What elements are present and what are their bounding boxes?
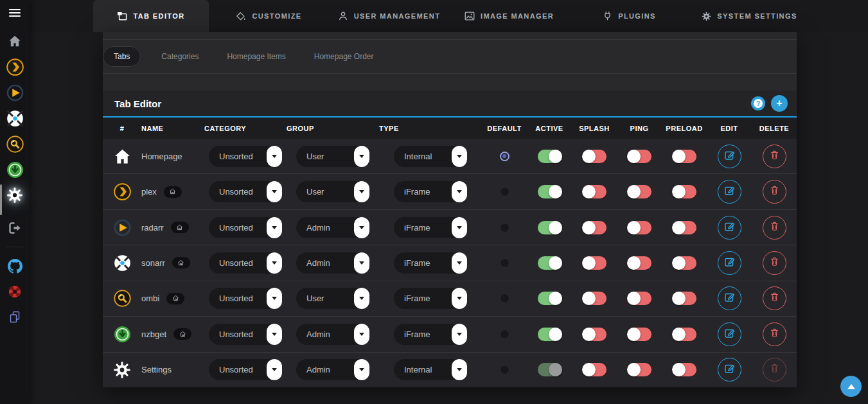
ping-toggle[interactable] bbox=[628, 328, 651, 341]
active-toggle[interactable] bbox=[538, 185, 562, 198]
category-select[interactable]: Unsorted bbox=[209, 252, 282, 274]
ping-toggle[interactable] bbox=[628, 150, 651, 163]
preload-toggle[interactable] bbox=[673, 185, 696, 198]
edit-cell bbox=[707, 322, 752, 346]
splash-toggle[interactable] bbox=[583, 221, 607, 234]
sidebar-item-home[interactable] bbox=[0, 28, 30, 54]
splash-toggle[interactable] bbox=[583, 363, 607, 376]
sidebar-item-logout[interactable] bbox=[0, 215, 30, 241]
type-select[interactable]: iFrame bbox=[394, 181, 467, 202]
category-select[interactable]: Unsorted bbox=[209, 146, 282, 167]
sidebar-item-settings[interactable] bbox=[0, 182, 30, 208]
subtab-categories[interactable]: Categories bbox=[154, 47, 206, 66]
splash-toggle[interactable] bbox=[583, 185, 607, 198]
default-radio[interactable] bbox=[500, 258, 509, 268]
ping-toggle[interactable] bbox=[628, 256, 651, 270]
preload-toggle[interactable] bbox=[673, 256, 696, 270]
sidebar-item-plex[interactable] bbox=[0, 54, 30, 80]
edit-button[interactable] bbox=[718, 286, 741, 310]
preload-toggle[interactable] bbox=[673, 150, 696, 163]
category-select[interactable]: Unsorted bbox=[209, 324, 282, 345]
splash-toggle[interactable] bbox=[583, 256, 607, 270]
hamburger-menu-button[interactable] bbox=[0, 0, 30, 28]
sidebar-item-docs[interactable] bbox=[0, 304, 30, 330]
sidebar-scrollbar[interactable] bbox=[0, 184, 2, 215]
delete-button[interactable] bbox=[763, 251, 786, 275]
tab-plugins[interactable]: PLUGINS bbox=[569, 0, 689, 32]
type-select[interactable]: iFrame bbox=[394, 217, 467, 238]
active-toggle[interactable] bbox=[538, 150, 562, 163]
default-radio[interactable] bbox=[500, 329, 509, 339]
active-toggle[interactable] bbox=[538, 256, 562, 270]
group-select[interactable]: User bbox=[296, 288, 369, 309]
tab-image-manager[interactable]: IMAGE MANAGER bbox=[449, 0, 569, 32]
help-button[interactable]: ? bbox=[751, 96, 765, 110]
group-select[interactable]: Admin bbox=[296, 359, 369, 380]
ping-toggle[interactable] bbox=[628, 292, 651, 305]
preload-toggle[interactable] bbox=[673, 363, 696, 376]
category-select[interactable]: Unsorted bbox=[209, 359, 282, 380]
type-select[interactable]: iFrame bbox=[394, 252, 467, 274]
type-select[interactable]: iFrame bbox=[394, 288, 467, 309]
splash-toggle[interactable] bbox=[583, 150, 607, 163]
sidebar-item-sonarr[interactable] bbox=[0, 105, 30, 131]
sidebar-item-github[interactable] bbox=[0, 253, 30, 279]
delete-button[interactable] bbox=[763, 180, 786, 204]
edit-button[interactable] bbox=[718, 251, 741, 275]
tab-customize[interactable]: CUSTOMIZE bbox=[209, 0, 329, 32]
add-tab-button[interactable]: + bbox=[771, 95, 788, 112]
type-select[interactable]: Internal bbox=[394, 359, 467, 380]
edit-button[interactable] bbox=[718, 358, 741, 382]
group-select[interactable]: Admin bbox=[296, 217, 369, 238]
tab-tab-editor[interactable]: TAB EDITOR bbox=[93, 0, 209, 32]
type-select[interactable]: iFrame bbox=[394, 324, 467, 345]
preload-toggle[interactable] bbox=[673, 292, 696, 305]
sidebar-item-radarr[interactable] bbox=[0, 80, 30, 105]
delete-button[interactable] bbox=[763, 358, 786, 382]
tab-system-settings[interactable]: SYSTEM SETTINGS bbox=[689, 0, 810, 32]
group-select[interactable]: Admin bbox=[296, 324, 369, 345]
type-select[interactable]: Internal bbox=[394, 146, 467, 167]
preload-toggle[interactable] bbox=[673, 328, 696, 341]
tab-label: IMAGE MANAGER bbox=[481, 12, 554, 20]
splash-toggle[interactable] bbox=[583, 328, 607, 341]
ping-toggle[interactable] bbox=[628, 185, 651, 198]
active-toggle[interactable] bbox=[538, 363, 562, 376]
delete-button[interactable] bbox=[763, 145, 786, 168]
edit-button[interactable] bbox=[718, 180, 741, 204]
default-radio[interactable] bbox=[500, 294, 509, 303]
edit-button[interactable] bbox=[718, 145, 741, 168]
scroll-to-top-button[interactable] bbox=[840, 376, 862, 397]
subtab-tabs[interactable]: Tabs bbox=[103, 46, 141, 67]
default-radio[interactable] bbox=[500, 187, 509, 197]
delete-button[interactable] bbox=[763, 286, 786, 310]
category-select[interactable]: Unsorted bbox=[209, 181, 282, 202]
sidebar-item-nzbget[interactable] bbox=[0, 157, 30, 182]
ping-toggle[interactable] bbox=[628, 363, 651, 376]
category-select[interactable]: Unsorted bbox=[209, 288, 282, 309]
edit-button[interactable] bbox=[718, 322, 741, 346]
group-select[interactable]: Admin bbox=[296, 252, 369, 274]
default-radio[interactable] bbox=[500, 223, 509, 233]
default-radio[interactable] bbox=[500, 152, 509, 161]
active-toggle[interactable] bbox=[538, 221, 562, 234]
default-radio[interactable] bbox=[500, 365, 509, 374]
delete-button[interactable] bbox=[763, 322, 786, 346]
tab-user-management[interactable]: USER MANAGEMENT bbox=[329, 0, 449, 32]
sidebar-item-support[interactable] bbox=[0, 279, 30, 304]
category-select[interactable]: Unsorted bbox=[209, 217, 282, 238]
subtab-homepage-items[interactable]: Homepage Items bbox=[219, 47, 293, 66]
sidebar-item-ombi[interactable] bbox=[0, 131, 30, 157]
ping-toggle[interactable] bbox=[628, 221, 651, 234]
group-select[interactable]: User bbox=[296, 146, 369, 167]
edit-button[interactable] bbox=[718, 216, 741, 240]
preload-toggle[interactable] bbox=[673, 221, 696, 234]
delete-button[interactable] bbox=[763, 216, 786, 240]
ping-cell bbox=[617, 363, 662, 376]
active-toggle[interactable] bbox=[538, 328, 562, 341]
group-select[interactable]: User bbox=[296, 181, 369, 202]
splash-toggle[interactable] bbox=[583, 292, 607, 305]
subtab-homepage-order[interactable]: Homepage Order bbox=[306, 47, 382, 66]
delete-cell bbox=[752, 145, 797, 168]
active-toggle[interactable] bbox=[538, 292, 562, 305]
